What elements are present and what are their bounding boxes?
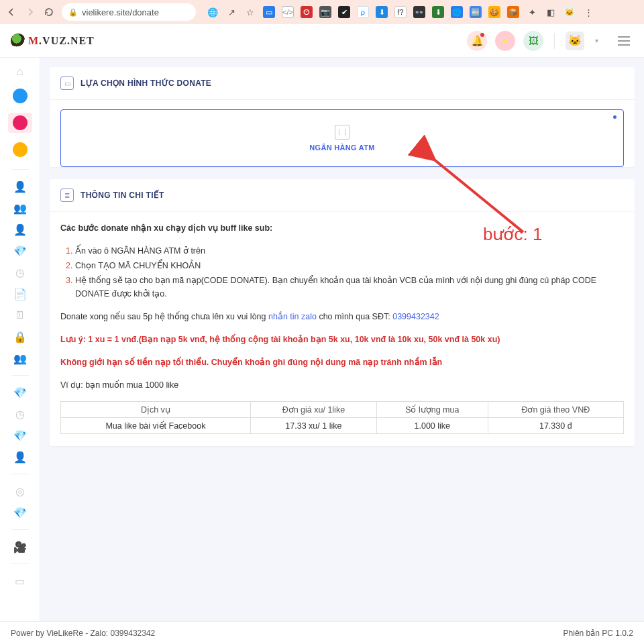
star-icon[interactable]: ☆: [244, 6, 256, 18]
profile-icon[interactable]: 🐱: [564, 6, 576, 18]
sidebar-icon[interactable]: 💎: [13, 244, 28, 258]
note-text: Không giới hạn số tiền nạp tối thiểu. Ch…: [60, 356, 624, 369]
card-icon: ▭: [60, 76, 74, 90]
sidebar-icon[interactable]: 👤: [13, 449, 28, 464]
ext-icon[interactable]: ⬇: [376, 6, 388, 18]
sidebar-icon[interactable]: 🗓: [13, 308, 28, 323]
divider: [11, 375, 29, 376]
main-content: ▭ LỰA CHỌN HÌNH THỨC DONATE NGÂN HÀNG AT…: [40, 58, 644, 621]
th: Dịch vụ: [61, 402, 251, 418]
annotation-label: bước: 1: [483, 224, 542, 245]
sidebar-icon[interactable]: 🎥: [13, 539, 28, 554]
brand-icon: [11, 34, 25, 48]
sidebar-item-active[interactable]: [8, 113, 32, 133]
divider: [554, 33, 555, 49]
browser-chrome: 🔒 vielikere.site/donate 🌐 ↗ ☆ ▭ </> ⵙ 📷 …: [0, 0, 644, 24]
ext-icon[interactable]: ✔: [338, 6, 350, 18]
sidebar-item[interactable]: [8, 86, 32, 106]
app-bar: M.VUZ.NET 🔔 ★ 🖼 🐱 ▾: [0, 24, 644, 58]
sidebar-icon[interactable]: 👥: [13, 201, 28, 215]
atm-label: NGÂN HÀNG ATM: [61, 144, 623, 152]
dot-icon: [13, 89, 28, 103]
user-avatar[interactable]: 🐱: [566, 32, 584, 50]
sidebar-icon[interactable]: 👤: [13, 179, 28, 194]
language-button[interactable]: ★: [495, 31, 515, 51]
flag-icon: ★: [502, 37, 508, 44]
sidebar-item[interactable]: [8, 140, 32, 160]
th: Đơn giá theo VNĐ: [488, 402, 623, 418]
sidebar-home-icon[interactable]: ⌂: [13, 64, 28, 79]
body: ⌂ 👤 👥 👤 💎 ◷ 📄 🗓 🔒 👥 💎 ◷ 💎 👤 ◎ 💎 🎥: [0, 58, 644, 621]
table-row: Mua like bài viết Facebook 17.33 xu/ 1 l…: [61, 418, 624, 434]
step-item: Chọn TẠO MÃ CHUYỂN KHOẢN: [75, 259, 624, 272]
step-item: Ấn vào ô NGÂN HÀNG ATM ở trên: [75, 244, 624, 258]
sidepanel-icon[interactable]: ◧: [545, 6, 557, 18]
price-table: Dịch vụ Đơn giá xu/ 1like Số lượng mua Đ…: [60, 401, 624, 434]
sidebar-icon[interactable]: 👤: [13, 222, 28, 237]
dot-icon: [13, 115, 28, 130]
sidebar-icon[interactable]: 👥: [13, 351, 28, 366]
sidebar-icon[interactable]: 📄: [13, 286, 28, 301]
footer: Power by VieLikeRe - Zalo: 0399432342 Ph…: [0, 621, 644, 644]
sidebar-icon[interactable]: 💎: [13, 428, 28, 443]
create-code-link[interactable]: TẠO MÃ CHUYỂN KHOẢN: [98, 261, 201, 270]
td: 17.330 đ: [488, 418, 623, 434]
card-title: THÔNG TIN CHI TIẾT: [80, 191, 164, 200]
chevron-down-icon[interactable]: ▾: [595, 37, 598, 44]
ext-icon[interactable]: ▭: [263, 6, 275, 18]
selected-dot-icon: [613, 115, 616, 119]
url-text: vielikere.site/donate: [82, 7, 159, 17]
sidebar-icon[interactable]: 🔒: [13, 329, 28, 344]
theme-button[interactable]: 🖼: [523, 31, 543, 51]
bank-icon: [335, 125, 350, 140]
td: Mua like bài viết Facebook: [61, 418, 251, 434]
sidebar-icon[interactable]: ▭: [13, 574, 28, 588]
menu-icon[interactable]: ⋮: [582, 6, 594, 18]
after-text: Donate xong nếu sau 5p hệ thống chưa lên…: [60, 310, 624, 323]
ext-icon[interactable]: ⵙ: [301, 6, 313, 18]
list-icon: ≣: [60, 189, 74, 202]
reload-icon[interactable]: [43, 6, 55, 18]
ext-icon[interactable]: 🍪: [488, 6, 500, 18]
lock-icon: 🔒: [68, 8, 78, 17]
sidebar-icon[interactable]: 💎: [13, 385, 28, 400]
address-bar[interactable]: 🔒 vielikere.site/donate: [62, 3, 196, 21]
zalo-link[interactable]: nhắn tin zalo: [268, 312, 317, 321]
ext-icon[interactable]: 👓: [413, 6, 425, 18]
sidebar-icon[interactable]: ◷: [13, 265, 28, 280]
ext-icon[interactable]: </>: [282, 6, 294, 18]
sidebar-icon[interactable]: ◎: [13, 484, 28, 498]
forward-icon[interactable]: [24, 6, 36, 18]
td: 17.33 xu/ 1 like: [250, 418, 376, 434]
translate-icon[interactable]: 🌐: [207, 6, 219, 18]
detail-card: ≣ THÔNG TIN CHI TIẾT Các bước donate nhậ…: [50, 179, 635, 446]
back-icon[interactable]: [5, 6, 17, 18]
th: Đơn giá xu/ 1like: [250, 402, 376, 418]
sidebar-icon[interactable]: ◷: [13, 407, 28, 421]
ext-icon[interactable]: ρ: [357, 6, 369, 18]
ext-icon[interactable]: 🔤: [470, 6, 482, 18]
brand-text: M.VUZ.NET: [28, 35, 95, 47]
ext-icon[interactable]: 📦: [507, 6, 519, 18]
notifications-button[interactable]: 🔔: [467, 31, 487, 51]
sidebar-icon[interactable]: 💎: [13, 505, 28, 520]
card-title: LỰA CHỌN HÌNH THỨC DONATE: [80, 78, 211, 88]
extensions-icon[interactable]: ✦: [526, 6, 538, 18]
td: 1.000 like: [376, 418, 488, 434]
ext-icon[interactable]: 📷: [319, 6, 331, 18]
ext-icon[interactable]: f?: [394, 6, 407, 18]
share-icon[interactable]: ↗: [225, 6, 237, 18]
menu-toggle[interactable]: [614, 32, 633, 50]
atm-option[interactable]: NGÂN HÀNG ATM: [60, 109, 624, 167]
footer-left: Power by VieLikeRe - Zalo: 0399432342: [11, 629, 155, 638]
example-text: Ví dụ: bạn muốn mua 1000 like: [60, 378, 624, 392]
ext-icon[interactable]: 🌐: [451, 6, 463, 18]
atm-link[interactable]: NGÂN HÀNG ATM: [111, 246, 180, 256]
th: Số lượng mua: [376, 402, 488, 418]
brand-logo[interactable]: M.VUZ.NET: [11, 34, 95, 48]
footer-right: Phiên bản PC 1.0.2: [564, 629, 633, 638]
phone-link[interactable]: 0399432342: [392, 312, 439, 321]
steps-list: Ấn vào ô NGÂN HÀNG ATM ở trên Chọn TẠO M…: [75, 244, 624, 301]
page: M.VUZ.NET 🔔 ★ 🖼 🐱 ▾ ⌂ 👤 👥 👤 💎 ◷ 📄 🗓 🔒: [0, 24, 644, 644]
ext-icon[interactable]: ⬇: [432, 6, 444, 18]
